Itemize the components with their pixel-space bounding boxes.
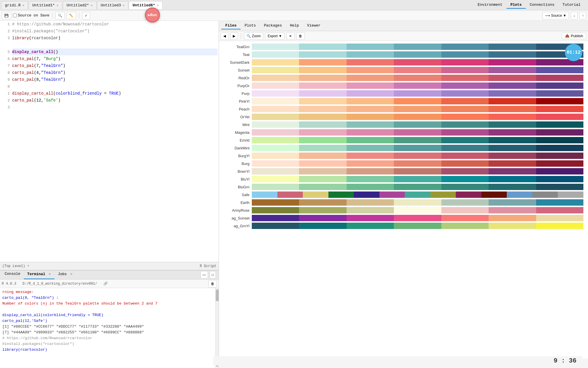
clear-console-button[interactable]: 🗑 (208, 280, 217, 288)
color-swatch (489, 215, 536, 221)
color-swatch (441, 207, 489, 213)
palette-row: BluGrn (224, 183, 583, 190)
color-swatch (299, 75, 346, 81)
tab-untitled3-close[interactable]: ✕ (123, 3, 125, 7)
color-swatch (441, 160, 489, 167)
up-button[interactable]: ↑ (579, 12, 586, 19)
palette-colors (252, 98, 583, 104)
tab-viewer[interactable]: Viewer (303, 22, 325, 29)
remove-plot-button[interactable]: ✕ (286, 32, 294, 40)
tab-gridi-close[interactable]: ✕ (22, 3, 24, 7)
run-button[interactable]: ▶Run (145, 7, 160, 22)
tab-packages[interactable]: Packages (260, 22, 286, 29)
color-swatch (299, 176, 346, 182)
tab-plots[interactable]: Plots (241, 22, 260, 29)
color-swatch (394, 215, 441, 221)
console-line-7: [1] "#88CCEE" "#CC6677" "#DDCC77" "#1177… (2, 324, 216, 330)
color-swatch (394, 168, 441, 174)
color-swatch (507, 191, 532, 198)
color-swatch (536, 98, 583, 104)
save-button[interactable]: 💾 (2, 12, 11, 19)
tab-untitled1[interactable]: Untitled1* ✕ (29, 1, 62, 9)
color-swatch (536, 160, 583, 167)
color-swatch (441, 215, 489, 221)
tab-tutorial[interactable]: Tutorial (559, 1, 585, 9)
tab-help[interactable]: Help (286, 22, 303, 29)
tab-history[interactable]: Plots (506, 1, 526, 9)
zoom-button[interactable]: 🔍 Zoom (244, 32, 263, 40)
color-swatch (299, 153, 346, 159)
tab-untitled2[interactable]: Untitled2* ✕ (63, 1, 97, 9)
palette-row: OrYel (224, 113, 583, 120)
back-button[interactable]: ◀ (221, 32, 228, 40)
color-swatch (394, 176, 441, 182)
palette-label: TealGrn (224, 45, 249, 49)
color-swatch (347, 223, 394, 229)
tab-untitled3[interactable]: Untitled3 ✕ (97, 1, 128, 9)
console-path: R 4.0.3 D:/R_4_1_0_working_directory/env… (2, 281, 108, 286)
jobs-close[interactable]: ✕ (70, 272, 73, 276)
color-swatch (347, 160, 394, 167)
color-swatch (394, 82, 441, 89)
maximize-bottom-button[interactable]: □ (210, 271, 216, 279)
code-tools-button[interactable]: ✏️ (67, 12, 76, 19)
code-editor[interactable]: 1 # https://github.com/Nowosad/rcartocol… (0, 21, 219, 262)
terminal-close[interactable]: ✕ (49, 272, 51, 276)
source-on-save-checkbox[interactable] (13, 14, 17, 17)
color-swatch (394, 114, 441, 120)
tab-environment[interactable]: Environment (474, 1, 506, 9)
color-swatch (299, 82, 346, 89)
color-swatch (489, 145, 536, 151)
tab-files[interactable]: Files (221, 22, 241, 29)
color-swatch (252, 67, 299, 73)
clear-plots-button[interactable]: 🗑 (296, 32, 305, 40)
minimize-bottom-button[interactable]: — (201, 271, 208, 279)
palette-label: PinkYl (224, 99, 249, 104)
check-button[interactable]: ✓ (82, 12, 90, 19)
tab-untitled1-close[interactable]: ✕ (56, 3, 58, 7)
color-swatch (252, 207, 299, 213)
color-swatch (299, 59, 346, 65)
palette-colors (252, 51, 583, 58)
color-swatch (441, 106, 489, 112)
search-button[interactable]: 🔍 (55, 12, 65, 19)
tab-connections[interactable]: Connections (526, 1, 559, 9)
color-swatch (252, 168, 299, 174)
tab-console[interactable]: Console (1, 271, 24, 279)
tab-gridi[interactable]: gridi.R ✕ (1, 1, 28, 9)
color-swatch (347, 67, 394, 73)
forward-button[interactable]: ▶ (230, 32, 238, 40)
tab-jobs[interactable]: Jobs ✕ (54, 271, 76, 279)
export-button[interactable]: Export ▼ (265, 32, 285, 40)
color-swatch (252, 184, 299, 190)
console-line-6: carto_pal(12,'Safe') (2, 318, 216, 324)
palette-row: BurgYl (224, 152, 583, 159)
console-line-10: #install.packages("rcartocolor") (2, 341, 216, 347)
tab-untitled6-close[interactable]: ✕ (157, 3, 159, 7)
color-swatch (347, 199, 394, 206)
palette-row: Safe (224, 191, 583, 198)
source-button[interactable]: ⟶ Source ▼ (542, 12, 569, 19)
color-swatch (347, 98, 394, 104)
code-line-3: 3 library(rcartocolor) (0, 35, 219, 42)
color-swatch (347, 145, 394, 151)
color-swatch (379, 191, 405, 198)
color-swatch (394, 199, 441, 206)
color-swatch (347, 168, 394, 174)
color-swatch (441, 51, 489, 58)
down-button[interactable]: ↓ (571, 12, 578, 19)
console-line-9: # https://github.com/Nowosad/rcartocolor (2, 335, 216, 341)
tab-untitled2-close[interactable]: ✕ (91, 3, 93, 7)
tab-terminal[interactable]: Terminal ✕ (24, 271, 54, 279)
palette-row: Teal (224, 51, 583, 58)
tab-untitled6[interactable]: Untitled6* ✕ (129, 1, 162, 9)
color-swatch (303, 191, 328, 198)
color-swatch (347, 207, 394, 213)
code-line-8: 8 carto_pal(4,"TealGrn") (0, 69, 219, 76)
color-swatch (394, 153, 441, 159)
publish-button[interactable]: 📤 Publish (562, 33, 586, 39)
console-scrollbar-thumb (216, 290, 219, 301)
color-swatch (252, 129, 299, 136)
color-swatch (299, 106, 346, 112)
palette-label: Earth (224, 200, 249, 205)
